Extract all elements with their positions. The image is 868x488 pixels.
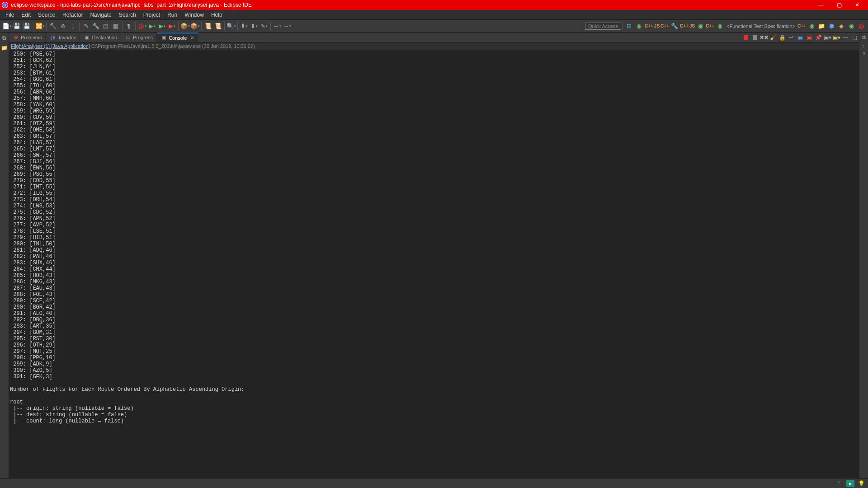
perspective-js-button[interactable]: JS	[654, 22, 660, 31]
close-icon[interactable]: ✕	[190, 35, 194, 40]
menu-edit[interactable]: Edit	[18, 11, 34, 19]
switch-button[interactable]: 🔀	[35, 22, 44, 31]
perspective-label[interactable]: <Functional Test Specification>	[725, 23, 797, 29]
tab-declaration-label: Declaration	[92, 35, 117, 40]
toggle-block-button[interactable]: ▦	[111, 22, 120, 31]
tab-problems[interactable]: ⊗ Problems	[9, 33, 46, 42]
perspective-other1-button[interactable]: ⬢	[827, 22, 836, 31]
perspective-test-button[interactable]: ◉	[715, 22, 724, 31]
toolbar-separator	[178, 22, 179, 30]
menu-run[interactable]: Run	[164, 11, 181, 19]
menu-bar: File Edit Source Refactor Navigate Searc…	[0, 10, 868, 20]
forward-history-button[interactable]: →	[283, 22, 292, 31]
tab-console[interactable]: ▣ Console ✕	[157, 33, 198, 42]
restore-view-icon[interactable]: ⧉	[1, 34, 8, 42]
new-button[interactable]: 📄	[2, 22, 11, 31]
menu-search[interactable]: Search	[115, 11, 140, 19]
back-history-button[interactable]: ←	[273, 22, 282, 31]
status-bar: ⠿ ▸ 💡	[0, 478, 868, 488]
toolbar-separator	[201, 22, 202, 30]
tab-declaration[interactable]: ▣ Declaration	[80, 33, 121, 42]
pin-console-button[interactable]: 📌	[814, 33, 822, 42]
perspective-other2-button[interactable]: ◆	[837, 22, 846, 31]
launch-name: FlightAnalyser (1) [Java Application]	[11, 43, 90, 49]
toggle-button[interactable]: ⋮	[68, 22, 77, 31]
scroll-lock-button[interactable]: 🔒	[778, 33, 786, 42]
perspective-resource-button[interactable]: 📁	[817, 22, 826, 31]
menu-source[interactable]: Source	[34, 11, 59, 19]
terminate-button[interactable]	[742, 33, 750, 42]
right-trim-stack: ⧉ ⋮ ?	[859, 33, 868, 478]
show-whitespace-button[interactable]: ¶	[124, 22, 133, 31]
remove-all-button[interactable]: ✖✖	[760, 33, 768, 42]
perspective-debug-button[interactable]: 🔧	[670, 22, 679, 31]
skip-breakpoints-button[interactable]: ⊘	[58, 22, 67, 31]
javadoc-icon: @	[49, 34, 56, 41]
perspective-other3-button[interactable]: ◉	[847, 22, 856, 31]
show-on-stdout-button[interactable]: ▣	[796, 33, 804, 42]
open-type-hierarchy-button[interactable]: 📜	[203, 22, 212, 31]
perspective-cpp3-button[interactable]: C++	[680, 22, 689, 31]
quick-access-input[interactable]: Quick Access	[585, 23, 621, 30]
maximize-button[interactable]: ▢	[830, 0, 848, 10]
save-all-button[interactable]: 💾	[22, 22, 31, 31]
coverage-button[interactable]: ▶	[157, 22, 166, 31]
minimize-button[interactable]: —	[812, 0, 830, 10]
clear-console-button[interactable]: 🧹	[769, 33, 777, 42]
toggle-mark-button[interactable]: ▤	[101, 22, 110, 31]
perspective-cpp-button[interactable]: C++	[645, 22, 653, 31]
toolbar-separator	[135, 22, 136, 30]
perspective-cpp4-button[interactable]: C++	[706, 22, 714, 31]
last-edit-button[interactable]: ✎	[259, 22, 269, 31]
menu-help[interactable]: Help	[208, 11, 226, 19]
open-type-button-2[interactable]: 📜	[213, 22, 222, 31]
new-package-button[interactable]: 📦	[180, 22, 189, 31]
perspective-cpp2-button[interactable]: C++	[660, 22, 669, 31]
perspective-other4-button[interactable]: 🐞	[857, 22, 866, 31]
display-console-button[interactable]: ▣▾	[823, 33, 831, 42]
perspective-open-button[interactable]: ⊞	[625, 22, 634, 31]
annotation-prev-button[interactable]: ⬇	[240, 22, 249, 31]
open-console-button[interactable]: ▣▾	[832, 33, 840, 42]
annotation-next-button[interactable]: ⬆	[250, 22, 259, 31]
help-icon[interactable]: ?	[862, 52, 865, 57]
perspective-git-button[interactable]: ◉	[807, 22, 816, 31]
perspective-java2-button[interactable]: ◉	[696, 22, 705, 31]
open-type-button[interactable]: ✎	[81, 22, 90, 31]
toolbar-separator	[224, 22, 225, 30]
remove-launch-button[interactable]	[751, 33, 759, 42]
problems-icon: ⊗	[13, 34, 19, 41]
menu-file[interactable]: File	[2, 11, 18, 19]
toolbar-separator	[122, 22, 123, 30]
package-explorer-icon[interactable]: 📁	[1, 44, 8, 52]
tab-javadoc[interactable]: @ Javadoc	[46, 33, 80, 42]
toolbar-separator	[270, 22, 271, 30]
toolbar-separator	[46, 22, 47, 30]
build-button[interactable]: 🔨	[48, 22, 57, 31]
status-tip-icon[interactable]: 💡	[857, 480, 865, 487]
minimize-view-button[interactable]: —	[841, 33, 849, 42]
restore-view-right-icon[interactable]: ⧉	[862, 34, 866, 40]
menu-navigate[interactable]: Navigate	[86, 11, 115, 19]
outline-icon[interactable]: ⋮	[861, 43, 866, 49]
search-button[interactable]: 🔍	[226, 22, 236, 31]
new-class-button[interactable]: 📦	[190, 22, 199, 31]
console-output[interactable]: 250: [PSE,67] 251: [GCK,62] 252: [JLN,61…	[9, 50, 859, 478]
profile-button[interactable]: ▶	[167, 22, 176, 31]
tab-progress[interactable]: ▭ Progress	[121, 33, 157, 42]
maximize-view-button[interactable]: ▢	[850, 33, 859, 42]
save-button[interactable]: 💾	[12, 22, 21, 31]
status-terminal-icon[interactable]: ▸	[846, 480, 854, 487]
perspective-java-button[interactable]: ◉	[635, 22, 644, 31]
menu-refactor[interactable]: Refactor	[59, 11, 86, 19]
run-button[interactable]: ▶	[147, 22, 156, 31]
perspective-cpp5-button[interactable]: C++	[797, 22, 806, 31]
perspective-js2-button[interactable]: JS	[689, 22, 695, 31]
close-button[interactable]: ✕	[848, 0, 866, 10]
word-wrap-button[interactable]: ↩	[787, 33, 795, 42]
show-on-stderr-button[interactable]: ▣	[805, 33, 813, 42]
menu-project[interactable]: Project	[140, 11, 164, 19]
open-task-button[interactable]: 🔧	[91, 22, 100, 31]
menu-window[interactable]: Window	[181, 11, 208, 19]
debug-button[interactable]: 🐞	[137, 22, 146, 31]
